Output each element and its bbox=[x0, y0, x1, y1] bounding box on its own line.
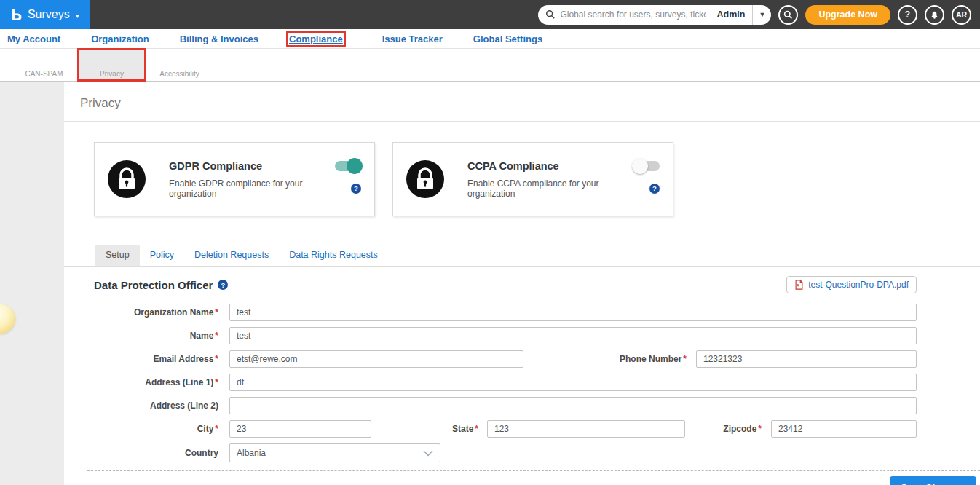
lock-icon bbox=[104, 52, 120, 68]
topbar: P Surveys ▾ Admin ▼ Upgrade Now ? bbox=[0, 0, 980, 29]
logo-p-icon: P bbox=[11, 5, 22, 24]
tab-data-rights-requests[interactable]: Data Rights Requests bbox=[279, 245, 388, 266]
compliance-cards: GDPR Compliance Enable GDPR compliance f… bbox=[94, 142, 980, 216]
ccpa-card-description: Enable CCPA compliance for your organiza… bbox=[467, 178, 639, 199]
cursor-highlight bbox=[0, 304, 15, 334]
content-area: Privacy GDPR Compliance bbox=[0, 82, 980, 485]
chevron-down-icon bbox=[423, 450, 433, 457]
search-scope-dropdown[interactable]: ▼ bbox=[752, 5, 771, 25]
required-mark: * bbox=[475, 424, 478, 434]
pdf-link-label: test-QuestionPro-DPA.pdf bbox=[808, 280, 909, 290]
gdpr-help-icon[interactable]: ? bbox=[351, 184, 361, 194]
can-spam-note-icon bbox=[36, 52, 52, 68]
app-logo[interactable]: P Surveys ▾ bbox=[0, 0, 90, 29]
pdf-file-icon: A bbox=[794, 280, 804, 290]
nav-item-global-settings[interactable]: Global Settings bbox=[473, 33, 542, 44]
toolbar-item-privacy[interactable]: Privacy bbox=[78, 49, 146, 81]
avatar[interactable]: AR bbox=[952, 5, 971, 25]
search-input[interactable] bbox=[556, 9, 709, 20]
save-changes-button[interactable]: Save Changes bbox=[890, 476, 976, 485]
toolbar-item-label: CAN-SPAM bbox=[25, 70, 63, 78]
state-label: State bbox=[452, 424, 473, 434]
page-title: Privacy bbox=[64, 82, 980, 121]
global-search: Admin ▼ bbox=[538, 5, 771, 25]
required-mark: * bbox=[683, 354, 687, 364]
nav-item-compliance[interactable]: Compliance bbox=[289, 33, 343, 44]
org-name-label: Organization Name bbox=[134, 307, 213, 318]
tab-deletion-requests[interactable]: Deletion Requests bbox=[184, 245, 279, 266]
tab-setup[interactable]: Setup bbox=[95, 245, 140, 266]
upgrade-now-button[interactable]: Upgrade Now bbox=[805, 5, 890, 25]
gdpr-card: GDPR Compliance Enable GDPR compliance f… bbox=[94, 142, 375, 216]
lock-badge-icon bbox=[106, 159, 147, 200]
country-select[interactable]: Albania bbox=[229, 443, 440, 462]
address2-label: Address (Line 2) bbox=[94, 401, 218, 411]
help-button[interactable]: ? bbox=[898, 5, 917, 25]
ccpa-card-title: CCPA Compliance bbox=[467, 160, 559, 172]
required-mark: * bbox=[758, 424, 762, 434]
topbar-actions: Admin ▼ Upgrade Now ? AR bbox=[538, 5, 980, 25]
country-value: Albania bbox=[237, 448, 266, 458]
address1-label: Address (Line 1) bbox=[145, 377, 213, 387]
lock-badge-icon bbox=[405, 159, 446, 200]
phone-label: Phone Number bbox=[620, 354, 681, 364]
required-mark: * bbox=[215, 307, 218, 318]
tab-policy[interactable]: Policy bbox=[140, 245, 184, 266]
product-name: Surveys bbox=[28, 8, 70, 21]
toolbar-item-accessibility[interactable]: Accessibility bbox=[146, 49, 213, 81]
zipcode-input[interactable] bbox=[771, 420, 917, 438]
privacy-panel: Privacy GDPR Compliance bbox=[64, 82, 980, 485]
bell-icon bbox=[930, 10, 939, 20]
svg-text:A: A bbox=[797, 283, 799, 288]
ccpa-toggle[interactable] bbox=[633, 161, 660, 171]
dpo-form: Organization Name* Name* Email Address* … bbox=[94, 304, 917, 462]
toolbar-item-label: Accessibility bbox=[159, 70, 199, 78]
email-label: Email Address bbox=[153, 354, 213, 364]
required-mark: * bbox=[215, 424, 218, 434]
required-mark: * bbox=[215, 331, 218, 341]
email-input[interactable] bbox=[229, 350, 523, 368]
country-label: Country bbox=[94, 448, 218, 458]
city-label: City bbox=[197, 424, 214, 434]
nav-item-billing-invoices[interactable]: Billing & Invoices bbox=[180, 33, 258, 44]
address2-input[interactable] bbox=[229, 397, 917, 414]
nav-item-organization[interactable]: Organization bbox=[91, 33, 149, 44]
dpa-pdf-link[interactable]: A test-QuestionPro-DPA.pdf bbox=[786, 276, 917, 293]
section-title: Data Protection Officer bbox=[94, 279, 213, 291]
state-input[interactable] bbox=[487, 420, 685, 438]
compliance-toolbar: CAN-SPAM Privacy Accessibility bbox=[0, 49, 980, 82]
name-input[interactable] bbox=[229, 327, 917, 344]
toolbar-item-can-spam[interactable]: CAN-SPAM bbox=[10, 49, 78, 81]
org-name-input[interactable] bbox=[229, 304, 917, 321]
gdpr-toggle[interactable] bbox=[335, 161, 361, 171]
nav-item-my-account[interactable]: My Account bbox=[7, 33, 60, 44]
search-icon bbox=[783, 10, 793, 20]
accessibility-icon bbox=[172, 52, 188, 68]
nav-item-issue-tracker[interactable]: Issue Tracker bbox=[382, 33, 443, 44]
gdpr-card-description: Enable GDPR compliance for your organiza… bbox=[169, 178, 341, 199]
ccpa-help-icon[interactable]: ? bbox=[649, 184, 660, 194]
ccpa-card: CCPA Compliance Enable CCPA compliance f… bbox=[392, 142, 673, 216]
title-divider bbox=[64, 121, 980, 122]
search-icon bbox=[545, 9, 556, 20]
required-mark: * bbox=[215, 377, 218, 387]
zipcode-label: Zipcode bbox=[723, 424, 756, 434]
phone-input[interactable] bbox=[696, 350, 917, 368]
dpo-help-icon[interactable]: ? bbox=[218, 280, 228, 290]
section-header: Data Protection Officer ? A test-Questio… bbox=[94, 276, 917, 293]
city-input[interactable] bbox=[229, 420, 371, 438]
name-label: Name bbox=[190, 331, 214, 341]
search-button[interactable] bbox=[778, 5, 798, 25]
toolbar-item-label: Privacy bbox=[100, 70, 124, 78]
required-mark: * bbox=[215, 354, 218, 364]
gdpr-card-title: GDPR Compliance bbox=[169, 160, 262, 172]
notifications-button[interactable] bbox=[925, 5, 944, 25]
address1-input[interactable] bbox=[229, 374, 917, 391]
main-nav: My Account Organization Billing & Invoic… bbox=[0, 29, 980, 49]
chevron-down-icon: ▾ bbox=[76, 12, 79, 20]
setup-tabs: Setup Policy Deletion Requests Data Righ… bbox=[64, 245, 980, 267]
search-scope-label: Admin bbox=[710, 9, 753, 20]
